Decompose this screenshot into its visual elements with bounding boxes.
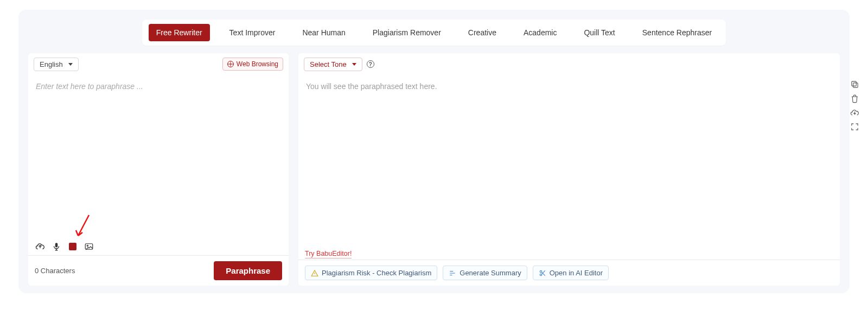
tone-dropdown[interactable]: Select Tone <box>304 58 362 71</box>
output-footer: Plagiarism Risk - Check Plagiarism Gener… <box>298 260 840 286</box>
tab-sentence-rephraser[interactable]: Sentence Rephraser <box>635 24 719 41</box>
tab-quill-text[interactable]: Quill Text <box>576 24 622 41</box>
stop-icon[interactable] <box>67 241 78 252</box>
chevron-down-icon <box>352 63 356 66</box>
input-panel: English Web Browsing Enter text here to … <box>28 53 289 286</box>
paraphrase-button[interactable]: Paraphrase <box>214 261 282 280</box>
image-icon[interactable] <box>84 241 94 252</box>
svg-point-2 <box>87 245 88 246</box>
chip-label: Plagiarism Risk - Check Plagiarism <box>322 269 431 277</box>
input-textarea[interactable]: Enter text here to paraphrase ... <box>28 75 289 238</box>
output-side-tools <box>850 79 859 131</box>
character-count: 0 Characters <box>35 267 75 275</box>
generate-summary-chip[interactable]: Generate Summary <box>443 266 527 280</box>
tab-text-improver[interactable]: Text Improver <box>222 24 283 41</box>
web-browsing-label: Web Browsing <box>237 60 278 68</box>
tab-plagiarism-remover[interactable]: Plagiarism Remover <box>365 24 449 41</box>
tab-academic[interactable]: Academic <box>516 24 564 41</box>
tab-free-rewriter[interactable]: Free Rewriter <box>149 24 210 41</box>
microphone-icon[interactable] <box>51 241 62 252</box>
tone-label: Select Tone <box>310 60 347 68</box>
try-editor-label: Try BabuEditor! <box>305 250 352 258</box>
trash-icon[interactable] <box>850 93 859 103</box>
open-editor-chip[interactable]: Open in AI Editor <box>533 266 609 280</box>
input-panel-header: English Web Browsing <box>28 53 289 75</box>
upload-icon[interactable] <box>35 241 46 252</box>
chip-label: Open in AI Editor <box>550 269 603 277</box>
web-browsing-button[interactable]: Web Browsing <box>222 58 283 71</box>
output-textarea: You will see the paraphrased text here. <box>298 75 840 250</box>
expand-icon[interactable] <box>850 122 859 131</box>
svg-rect-0 <box>55 243 58 247</box>
svg-rect-4 <box>851 81 856 86</box>
chip-label: Generate Summary <box>459 269 521 277</box>
mode-tabs: Free Rewriter Text Improver Near Human P… <box>142 20 726 46</box>
output-panel: Select Tone ? You will see <box>298 53 840 286</box>
svg-rect-3 <box>853 83 858 87</box>
input-toolbar <box>28 238 289 255</box>
globe-icon <box>227 61 234 67</box>
check-plagiarism-chip[interactable]: Plagiarism Risk - Check Plagiarism <box>305 266 437 280</box>
tab-creative[interactable]: Creative <box>461 24 504 41</box>
chevron-down-icon <box>68 63 73 66</box>
help-icon[interactable]: ? <box>367 60 374 68</box>
language-label: English <box>40 60 63 68</box>
copy-icon[interactable] <box>850 79 859 89</box>
output-panel-header: Select Tone ? <box>298 53 840 75</box>
panels-row: English Web Browsing Enter text here to … <box>28 53 840 286</box>
tab-near-human[interactable]: Near Human <box>295 24 353 41</box>
input-footer: 0 Characters Paraphrase <box>28 255 289 286</box>
tabs-wrapper: Free Rewriter Text Improver Near Human P… <box>28 20 840 46</box>
download-icon[interactable] <box>850 108 859 117</box>
language-dropdown[interactable]: English <box>34 58 79 71</box>
app-container: Free Rewriter Text Improver Near Human P… <box>18 10 850 293</box>
try-editor-link[interactable]: Try BabuEditor! <box>298 250 840 260</box>
